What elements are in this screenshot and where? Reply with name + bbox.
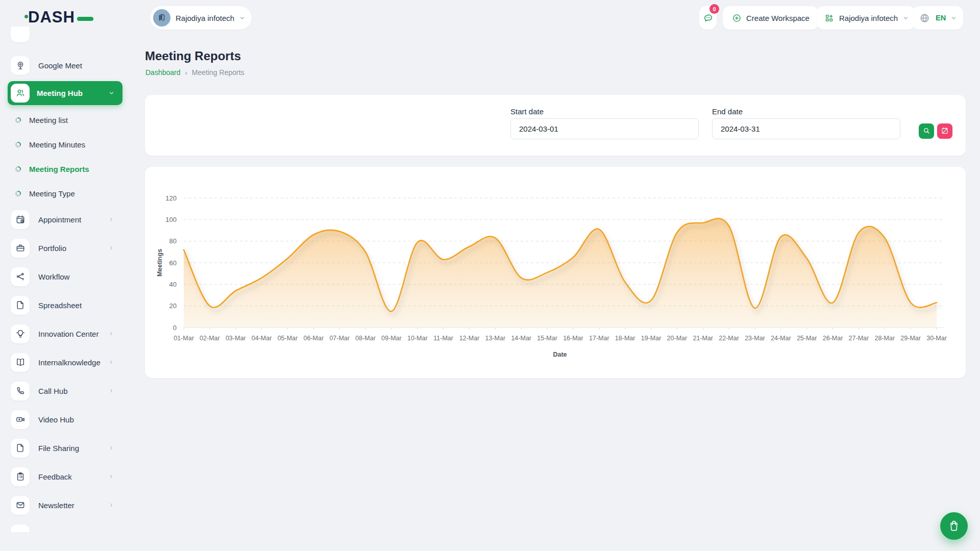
- search-button[interactable]: [919, 123, 934, 139]
- chevron-right-icon: [108, 473, 114, 480]
- phone-icon: [11, 382, 30, 400]
- sidebar-subitem-meeting-type[interactable]: Meeting Type: [0, 185, 128, 202]
- sidebar-item-label: Call Hub: [38, 387, 108, 395]
- sidebar-item-label: Video Hub: [38, 415, 128, 424]
- sidebar-item-label: Feedback: [38, 472, 108, 481]
- svg-text:06-Mar: 06-Mar: [304, 335, 324, 342]
- svg-text:09-Mar: 09-Mar: [381, 335, 402, 342]
- chevron-right-icon: [108, 388, 114, 394]
- svg-text:80: 80: [169, 237, 177, 245]
- sidebar-item-label: Newsletter: [38, 501, 108, 510]
- meetings-chart-svg: 02040608010012001-Mar02-Mar03-Mar04-Mar0…: [145, 167, 966, 378]
- sidebar-subitem-meeting-minutes[interactable]: Meeting Minutes: [0, 136, 128, 153]
- webcam-icon: [11, 56, 30, 75]
- svg-text:40: 40: [169, 281, 177, 288]
- book-icon: [11, 353, 30, 372]
- svg-text:Date: Date: [553, 351, 567, 358]
- svg-text:19-Mar: 19-Mar: [641, 335, 662, 342]
- chevron-right-icon: [108, 216, 114, 222]
- sidebar-subitem-label: Meeting list: [29, 116, 68, 124]
- svg-text:20-Mar: 20-Mar: [667, 335, 688, 342]
- shopping-bag-icon: [947, 519, 961, 534]
- sidebar-item-workflow[interactable]: Workflow: [0, 265, 128, 288]
- sidebar-item-meeting-hub[interactable]: Meeting Hub: [8, 81, 122, 105]
- start-date-label: Start date: [510, 107, 544, 116]
- sidebar-item-label: Internalknowledge: [38, 358, 108, 367]
- sidebar-item-call-hub[interactable]: Call Hub: [0, 380, 128, 402]
- svg-text:05-Mar: 05-Mar: [278, 335, 298, 342]
- svg-text:04-Mar: 04-Mar: [252, 335, 272, 342]
- sidebar-item-feedback[interactable]: Feedback: [0, 465, 128, 488]
- sidebar-item-newsletter[interactable]: Newsletter: [0, 494, 128, 516]
- svg-text:28-Mar: 28-Mar: [874, 335, 895, 342]
- sidebar-item-video-hub[interactable]: Video Hub: [0, 408, 128, 431]
- reset-button[interactable]: [937, 123, 952, 139]
- store-fab-button[interactable]: [940, 512, 968, 540]
- sidebar-item-label: Appointment: [38, 215, 108, 224]
- lightbulb-icon: [11, 324, 30, 343]
- svg-text:29-Mar: 29-Mar: [900, 335, 921, 342]
- breadcrumb-separator: ›: [185, 69, 187, 77]
- svg-text:24-Mar: 24-Mar: [771, 335, 791, 342]
- clipboard-icon: [11, 467, 30, 486]
- calendar-off-icon: [941, 127, 949, 136]
- envelope-icon: [11, 496, 30, 515]
- sidebar-subitem-label: Meeting Type: [29, 189, 75, 198]
- start-date-input[interactable]: [510, 118, 699, 139]
- file-icon: [11, 439, 30, 458]
- main-content: Meeting Reports Dashboard › Meeting Repo…: [145, 0, 966, 551]
- logo-text: DASH: [28, 8, 75, 27]
- svg-text:14-Mar: 14-Mar: [511, 335, 531, 342]
- breadcrumb-current: Meeting Reports: [192, 68, 244, 77]
- document-icon: [11, 296, 30, 315]
- breadcrumb-dashboard-link[interactable]: Dashboard: [145, 68, 181, 77]
- sidebar-item-label: Portfolio: [38, 244, 108, 253]
- date-filter-card: Start date End date: [145, 95, 966, 156]
- svg-text:30-Mar: 30-Mar: [926, 335, 947, 342]
- sidebar-item-file-sharing[interactable]: File Sharing: [0, 437, 128, 459]
- svg-text:120: 120: [165, 194, 177, 202]
- svg-text:18-Mar: 18-Mar: [615, 335, 635, 342]
- sidebar-item-label: Spreadsheet: [38, 301, 128, 310]
- sidebar-partial-item-bottom[interactable]: [11, 524, 30, 532]
- svg-text:01-Mar: 01-Mar: [174, 335, 194, 342]
- app-root: DASH Rajodiya infotech 0 Create Workspac…: [0, 0, 980, 551]
- svg-text:25-Mar: 25-Mar: [797, 335, 817, 342]
- briefcase-icon: [11, 239, 30, 258]
- svg-text:07-Mar: 07-Mar: [329, 335, 350, 342]
- chevron-right-icon: [108, 359, 114, 365]
- sidebar-subitem-meeting-list[interactable]: Meeting list: [0, 111, 128, 129]
- sidebar-item-internalknowledge[interactable]: Internalknowledge: [0, 351, 128, 373]
- svg-text:15-Mar: 15-Mar: [537, 335, 557, 342]
- svg-text:Meetings: Meetings: [156, 249, 163, 277]
- svg-text:17-Mar: 17-Mar: [589, 335, 609, 342]
- sidebar-partial-item-top[interactable]: [11, 27, 30, 42]
- svg-text:16-Mar: 16-Mar: [563, 335, 583, 342]
- sidebar-item-google-meet[interactable]: Google Meet: [0, 54, 128, 77]
- sidebar-item-portfolio[interactable]: Portfolio: [0, 237, 128, 259]
- end-date-input[interactable]: [712, 118, 900, 139]
- sidebar-item-appointment[interactable]: Appointment: [0, 208, 128, 231]
- bullet-icon: [15, 117, 21, 123]
- sidebar-item-spreadsheet[interactable]: Spreadsheet: [0, 294, 128, 316]
- chevron-right-icon: [108, 245, 114, 251]
- svg-text:02-Mar: 02-Mar: [200, 335, 220, 342]
- svg-text:27-Mar: 27-Mar: [849, 335, 869, 342]
- sidebar-item-label: Google Meet: [38, 61, 128, 70]
- search-icon: [922, 127, 930, 136]
- sidebar-subitem-label: Meeting Reports: [29, 165, 89, 173]
- svg-text:10-Mar: 10-Mar: [407, 335, 428, 342]
- meetings-area-chart: 02040608010012001-Mar02-Mar03-Mar04-Mar0…: [145, 167, 966, 380]
- page-title: Meeting Reports: [145, 49, 241, 63]
- sidebar-item-label: Innovation Center: [38, 330, 108, 338]
- app-logo[interactable]: DASH: [28, 8, 93, 27]
- sidebar-item-label: File Sharing: [38, 444, 108, 453]
- calendar-clock-icon: [11, 210, 30, 229]
- chevron-down-icon: [108, 90, 115, 96]
- sidebar-item-innovation-center[interactable]: Innovation Center: [0, 322, 128, 345]
- svg-text:26-Mar: 26-Mar: [823, 335, 843, 342]
- sidebar: Google MeetMeeting HubMeeting listMeetin…: [0, 27, 133, 532]
- svg-text:22-Mar: 22-Mar: [719, 335, 739, 342]
- sidebar-subitem-meeting-reports[interactable]: Meeting Reports: [0, 160, 128, 178]
- video-camera-icon: [11, 410, 30, 429]
